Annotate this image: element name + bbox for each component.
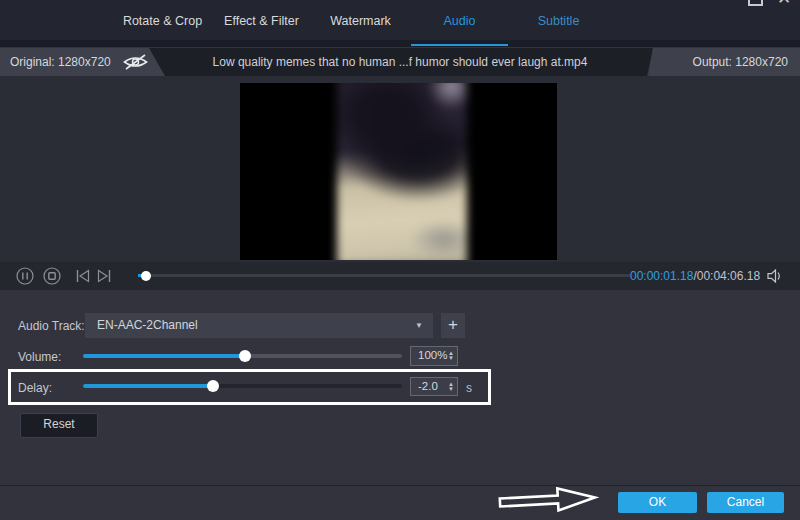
total-time: /00:04:06.18 (693, 269, 760, 283)
tab-strip: Rotate & Crop Effect & Filter Watermark … (113, 0, 608, 47)
original-resolution-panel: Original: 1280x720 (0, 48, 165, 76)
video-preview-area (0, 76, 800, 262)
video-thumbnail (337, 83, 467, 260)
close-icon[interactable]: ✕ (774, 0, 794, 10)
ok-button[interactable]: OK (618, 492, 697, 513)
add-audio-track-button[interactable]: + (441, 313, 465, 338)
output-resolution-panel: Output: 1280x720 (648, 48, 800, 76)
cancel-button[interactable]: Cancel (707, 492, 784, 513)
spinner-down-icon[interactable]: ▼ (448, 356, 454, 361)
delay-slider[interactable] (83, 384, 402, 388)
volume-label: Volume: (18, 350, 61, 364)
audio-track-value: EN-AAC-2Channel (97, 313, 198, 338)
volume-slider-thumb[interactable] (239, 350, 251, 362)
volume-slider-fill (83, 354, 245, 358)
audio-track-label: Audio Track: (18, 319, 85, 333)
original-resolution-label: Original: 1280x720 (10, 48, 111, 76)
player-bar: 00:00:01.18/00:04:06.18 (0, 262, 800, 290)
seek-bar[interactable] (138, 274, 630, 277)
maximize-icon[interactable] (748, 0, 763, 6)
current-time: 00:00:01.18 (630, 269, 693, 283)
speaker-icon[interactable] (766, 269, 783, 286)
tab-rotate-crop[interactable]: Rotate & Crop (113, 0, 212, 47)
delay-unit-label: s (466, 381, 472, 395)
reset-button[interactable]: Reset (20, 413, 98, 438)
annotation-arrow-icon (495, 482, 601, 520)
volume-slider[interactable] (83, 354, 402, 358)
tab-effect-filter[interactable]: Effect & Filter (212, 0, 311, 47)
delay-spinner[interactable]: ▲ ▼ (448, 378, 454, 395)
resolution-header: Low quality memes that no human ...f hum… (0, 48, 800, 76)
audio-track-select[interactable]: EN-AAC-2Channel ▼ (85, 313, 433, 338)
filename-text: Low quality memes that no human ...f hum… (213, 55, 588, 69)
delay-value: -2.0 (418, 378, 438, 395)
spinner-down-icon[interactable]: ▼ (448, 387, 454, 392)
volume-value-box[interactable]: 100% ▲ ▼ (410, 346, 458, 366)
delay-slider-fill (83, 384, 213, 388)
filename-bar: Low quality memes that no human ...f hum… (147, 48, 653, 76)
volume-spinner[interactable]: ▲ ▼ (448, 347, 454, 365)
pause-icon[interactable] (16, 267, 34, 288)
next-frame-icon[interactable] (97, 269, 111, 286)
stop-icon[interactable] (43, 267, 61, 288)
video-editor-window: Rotate & Crop Effect & Filter Watermark … (0, 0, 800, 520)
delay-value-box[interactable]: -2.0 ▲ ▼ (410, 377, 458, 396)
chevron-down-icon: ▼ (415, 313, 423, 338)
footer-divider (0, 485, 800, 486)
tab-audio[interactable]: Audio (410, 0, 509, 47)
output-resolution-label: Output: 1280x720 (693, 48, 788, 76)
delay-slider-thumb[interactable] (207, 380, 219, 392)
volume-value: 100% (418, 347, 447, 365)
tab-subtitle[interactable]: Subtitle (509, 0, 608, 47)
tab-bar: Rotate & Crop Effect & Filter Watermark … (0, 0, 800, 47)
tab-watermark[interactable]: Watermark (311, 0, 410, 47)
time-display: 00:00:01.18/00:04:06.18 (630, 262, 758, 290)
prev-frame-icon[interactable] (76, 269, 90, 286)
preview-eye-off-icon[interactable] (122, 53, 149, 74)
delay-label: Delay: (18, 381, 52, 395)
video-frame (240, 83, 557, 260)
seek-bar-thumb[interactable] (141, 271, 151, 281)
